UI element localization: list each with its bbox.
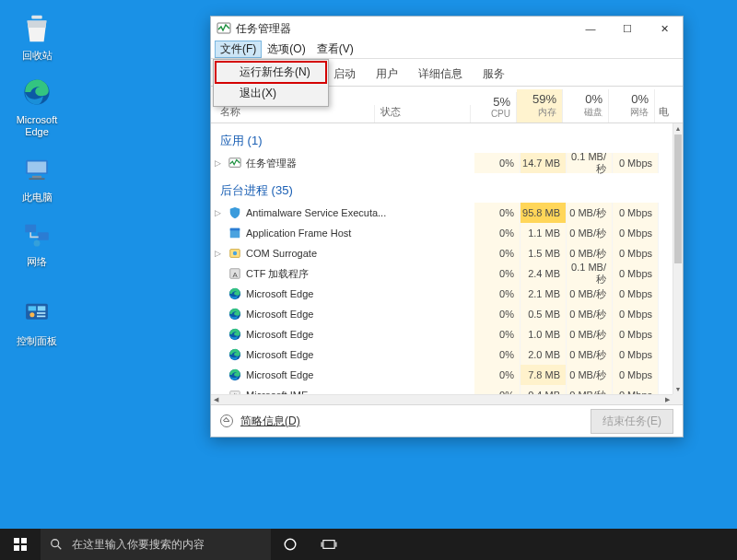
scroll-thumb[interactable] — [674, 134, 682, 263]
cell-cpu: 0% — [474, 203, 521, 223]
process-row[interactable]: ▷ 任务管理器 0% 14.7 MB 0.1 MB/秒 0 Mbps — [211, 153, 673, 173]
desktop-icon-this-pc[interactable]: 此电脑 — [11, 151, 63, 204]
cell-cpu: 0% — [474, 243, 521, 263]
cell-memory: 1.5 MB — [521, 243, 567, 263]
scroll-down-icon[interactable]: ▼ — [673, 384, 683, 394]
process-icon — [228, 156, 242, 170]
scroll-left-icon[interactable]: ◀ — [211, 395, 221, 404]
svg-rect-13 — [37, 312, 45, 314]
menu-item-run-new-task[interactable]: 运行新任务(N) — [216, 62, 326, 83]
close-button[interactable]: ✕ — [646, 17, 683, 41]
minimize-button[interactable]: — — [572, 17, 609, 41]
process-row[interactable]: A CTF 加载程序 0% 2.4 MB 0.1 MB/秒 0 Mbps — [211, 263, 673, 284]
col-tail[interactable]: 电 — [655, 105, 672, 122]
tab-details[interactable]: 详细信息 — [408, 63, 473, 86]
process-icon — [228, 226, 242, 240]
expand-icon[interactable]: ▷ — [211, 158, 224, 168]
col-disk[interactable]: 0% 磁盘 — [563, 89, 609, 122]
taskbar: 在这里输入你要搜索的内容 — [0, 529, 737, 560]
window-footer: 简略信息(D) 结束任务(E) — [211, 405, 683, 437]
cell-disk: 0 MB/秒 — [567, 385, 613, 394]
tab-services[interactable]: 服务 — [473, 63, 515, 86]
scroll-right-icon[interactable]: ▶ — [662, 395, 673, 404]
menu-view[interactable]: 查看(V) — [311, 41, 359, 58]
cell-memory: 2.0 MB — [521, 344, 567, 365]
maximize-button[interactable]: ☐ — [609, 17, 646, 41]
tab-startup[interactable]: 启动 — [323, 63, 366, 86]
fewer-details-link[interactable]: 简略信息(D) — [240, 414, 300, 429]
process-icon — [228, 347, 242, 362]
cell-memory: 0.4 MB — [521, 385, 567, 394]
svg-rect-6 — [25, 225, 36, 233]
cell-cpu: 0% — [474, 385, 521, 394]
process-row[interactable]: Microsoft Edge 0% 2.0 MB 0 MB/秒 0 Mbps — [211, 344, 673, 365]
vertical-scrollbar[interactable]: ▲ ▼ — [673, 123, 683, 394]
end-task-button[interactable]: 结束任务(E) — [591, 409, 673, 434]
group-header-background: 后台进程 (35) — [211, 173, 673, 203]
process-name: Microsoft Edge — [246, 329, 474, 340]
process-icon — [228, 286, 242, 301]
svg-rect-4 — [32, 176, 41, 179]
cell-network: 0 Mbps — [613, 263, 659, 284]
svg-rect-33 — [21, 545, 27, 551]
process-row[interactable]: Microsoft Edge 0% 0.5 MB 0 MB/秒 0 Mbps — [211, 304, 673, 324]
cell-memory: 1.1 MB — [521, 223, 567, 243]
expand-icon[interactable]: ▷ — [211, 249, 224, 258]
svg-point-8 — [34, 240, 41, 247]
desktop-icon-label: 网络 — [11, 256, 63, 268]
desktop-icon-edge[interactable]: Microsoft Edge — [11, 74, 63, 138]
tab-users[interactable]: 用户 — [366, 63, 408, 86]
horizontal-scrollbar[interactable]: ◀ ▶ — [211, 394, 673, 404]
menu-item-exit[interactable]: 退出(X) — [216, 83, 326, 104]
process-name: 任务管理器 — [246, 157, 474, 170]
cell-network: 0 Mbps — [613, 284, 659, 304]
task-view-button[interactable] — [310, 529, 348, 560]
desktop-icon-network[interactable]: 网络 — [11, 216, 63, 268]
process-row[interactable]: Microsoft Edge 0% 2.1 MB 0 MB/秒 0 Mbps — [211, 284, 673, 304]
col-network[interactable]: 0% 网络 — [609, 89, 655, 122]
cell-cpu: 0% — [474, 284, 521, 304]
titlebar[interactable]: 任务管理器 — ☐ ✕ — [211, 17, 683, 41]
process-name: Microsoft Edge — [246, 309, 474, 320]
cell-network: 0 Mbps — [613, 243, 659, 263]
process-row[interactable]: Application Frame Host 0% 1.1 MB 0 MB/秒 … — [211, 223, 673, 243]
taskmgr-icon — [216, 21, 231, 36]
start-button[interactable] — [0, 529, 41, 560]
cortana-icon — [283, 537, 298, 552]
network-icon — [18, 216, 55, 252]
recycle-bin-icon — [18, 9, 55, 46]
process-icon — [228, 205, 242, 220]
col-name[interactable]: 名称 — [211, 105, 375, 122]
process-icon — [228, 246, 242, 261]
cell-cpu: 0% — [474, 344, 521, 365]
cell-disk: 0 MB/秒 — [567, 304, 613, 324]
process-row[interactable]: あ Microsoft IME 0% 0.4 MB 0 MB/秒 0 Mbps — [211, 385, 673, 394]
cortana-button[interactable] — [271, 529, 310, 560]
menu-file[interactable]: 文件(F) — [215, 41, 262, 58]
cell-memory: 14.7 MB — [521, 153, 567, 173]
col-memory[interactable]: 59% 内存 — [517, 89, 563, 122]
expand-icon[interactable]: ▷ — [211, 208, 224, 217]
process-name: Microsoft Edge — [246, 349, 474, 360]
col-cpu[interactable]: 5% CPU — [471, 92, 517, 122]
desktop-icon-recycle-bin[interactable]: 回收站 — [11, 9, 63, 62]
taskbar-search[interactable]: 在这里输入你要搜索的内容 — [41, 529, 271, 560]
cell-network: 0 Mbps — [613, 324, 659, 344]
svg-rect-11 — [38, 306, 46, 310]
svg-text:A: A — [232, 271, 238, 279]
svg-point-20 — [233, 251, 237, 255]
col-status[interactable]: 状态 — [375, 105, 471, 122]
process-row[interactable]: ▷ Antimalware Service Executa... 0% 95.8… — [211, 203, 673, 223]
process-list[interactable]: 应用 (1) ▷ 任务管理器 0% 14.7 MB 0.1 MB/秒 0 Mbp… — [211, 123, 673, 394]
process-row[interactable]: Microsoft Edge 0% 7.8 MB 0 MB/秒 0 Mbps — [211, 365, 673, 385]
cell-network: 0 Mbps — [613, 304, 659, 324]
process-row[interactable]: Microsoft Edge 0% 1.0 MB 0 MB/秒 0 Mbps — [211, 324, 673, 344]
scroll-up-icon[interactable]: ▲ — [673, 123, 683, 134]
cell-memory: 2.4 MB — [521, 263, 567, 284]
menu-options[interactable]: 选项(O) — [262, 41, 310, 58]
task-view-icon — [321, 538, 337, 551]
window-title: 任务管理器 — [236, 21, 572, 37]
desktop-icon-control-panel[interactable]: 控制面板 — [11, 295, 63, 347]
process-name: Application Frame Host — [246, 228, 474, 239]
cell-network: 0 Mbps — [613, 223, 659, 243]
